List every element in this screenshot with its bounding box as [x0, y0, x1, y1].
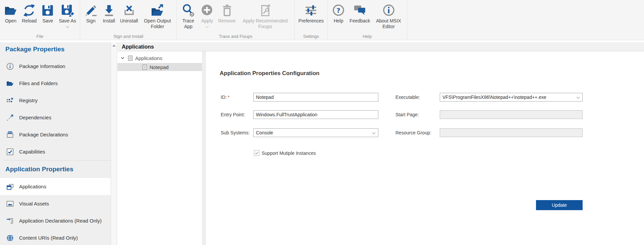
tree-node-notepad[interactable]: Notepad [117, 63, 202, 71]
uninstall-button[interactable]: Uninstall [118, 3, 140, 24]
package-declarations-icon [6, 131, 14, 139]
feedback-icon [353, 3, 367, 17]
sidebar-item-files-and-folders[interactable]: Files and Folders [0, 75, 111, 92]
executable-label: Executable: [395, 93, 420, 102]
ribbon-group-trace-and-fixups: Trace App Apply Remove Apply Recommended… [177, 0, 294, 40]
scrollbar-up-button[interactable] [111, 42, 117, 49]
sidebar-item-package-declarations[interactable]: Package Declarations [0, 126, 111, 143]
button-label: Preferences [299, 18, 324, 24]
ribbon-group-label: File [0, 34, 80, 39]
save-as-button[interactable]: Save As [57, 3, 78, 28]
button-label: Reload [22, 18, 37, 24]
tree-node-label: Applications [135, 55, 162, 61]
help-button[interactable]: ? Help [329, 3, 347, 24]
about-icon [382, 3, 396, 17]
sub-systems-label: Sub Systems: [221, 128, 250, 137]
reload-icon [22, 3, 36, 17]
document-icon [142, 64, 148, 70]
panel-divider [202, 51, 206, 245]
apply-recommended-fixups-button[interactable]: Apply Recommended Fixups [238, 3, 293, 30]
save-button[interactable]: Save [39, 3, 57, 24]
sidebar-item-applications[interactable]: Applications [0, 178, 111, 195]
required-asterisk: * [228, 95, 229, 100]
button-label: Trace App [180, 18, 196, 29]
tree-node-label: Notepad [150, 64, 169, 70]
form-heading: Application Properties Configuration [220, 70, 320, 77]
sidebar-item-capabilities[interactable]: Capabilities [0, 143, 111, 160]
sidebar-item-registry[interactable]: Registry [0, 92, 111, 109]
sidebar-item-content-uris[interactable]: Content URIs (Read Only) [0, 229, 111, 245]
sidebar-item-label: Applications [19, 184, 46, 189]
button-label: Sign [86, 18, 96, 24]
open-output-folder-icon [150, 3, 164, 17]
sidebar-item-application-declarations[interactable]: Application Declarations (Read Only) [0, 212, 111, 229]
id-label: ID:* [221, 93, 229, 102]
capabilities-icon [6, 148, 14, 156]
applications-icon [6, 183, 14, 191]
visual-assets-icon [6, 200, 14, 208]
sign-icon [84, 3, 98, 17]
sign-button[interactable]: Sign [82, 3, 100, 24]
open-button[interactable]: Open [2, 3, 20, 24]
arrow-up-icon [112, 45, 116, 47]
trace-app-button[interactable]: Trace App [178, 3, 198, 30]
save-as-icon [60, 3, 74, 17]
sidebar-item-label: Files and Folders [19, 80, 58, 86]
apply-icon [200, 3, 214, 17]
application-properties-form: Application Properties Configuration ID:… [206, 51, 644, 245]
help-icon: ? [331, 3, 345, 17]
combobox-value: Console [256, 130, 273, 135]
trace-app-icon [181, 3, 195, 17]
open-icon [4, 3, 18, 17]
open-output-folder-button[interactable]: Open Output Folder [140, 3, 175, 30]
button-label: Apply [201, 18, 213, 24]
update-button[interactable]: Update [536, 200, 583, 210]
button-label: Open [5, 18, 16, 24]
feedback-button[interactable]: Feedback [347, 3, 372, 24]
install-icon [102, 3, 116, 17]
chevron-down-icon[interactable] [120, 56, 125, 60]
executable-combobox[interactable]: VFS\ProgramFilesX86\Notepad++\notepad++.… [440, 93, 583, 102]
save-icon [41, 3, 55, 17]
entry-point-label: Entry Point: [221, 110, 245, 119]
sidebar-scrollbar[interactable] [111, 42, 117, 245]
registry-icon [6, 97, 14, 105]
document-icon [127, 55, 133, 61]
about-msix-editor-button[interactable]: About MSIX Editor [372, 3, 405, 30]
apply-button[interactable]: Apply [198, 3, 216, 28]
sidebar-heading-package-properties: Package Properties [0, 42, 111, 56]
chevron-down-icon [206, 24, 209, 28]
tree-node-applications[interactable]: Applications [117, 54, 202, 62]
sidebar-item-label: Application Declarations (Read Only) [19, 218, 102, 224]
checkbox-label: Support Mutiple Instances [262, 150, 316, 156]
support-multiple-instances-row: Support Mutiple Instances [254, 150, 316, 156]
folder-icon [6, 79, 14, 87]
sidebar-item-visual-assets[interactable]: Visual Assets [0, 195, 111, 212]
remove-button[interactable]: Remove [216, 3, 237, 24]
button-label: Save [42, 18, 53, 24]
button-label: Save As [59, 18, 76, 24]
svg-text:?: ? [336, 7, 340, 14]
support-multiple-instances-checkbox[interactable] [254, 150, 260, 156]
sidebar-item-label: Registry [19, 98, 38, 103]
sidebar-item-dependencies[interactable]: Dependencies [0, 109, 111, 126]
apply-recommended-fixups-icon [258, 3, 272, 17]
sub-systems-combobox[interactable]: Console [253, 128, 378, 137]
sidebar-item-package-information[interactable]: Package Information [0, 58, 111, 75]
button-label: Uninstall [120, 18, 138, 24]
resource-group-label: Resource Group: [395, 128, 431, 137]
start-page-label: Start Page: [395, 110, 419, 119]
id-input[interactable] [253, 93, 378, 102]
button-label: Help [334, 18, 343, 24]
preferences-button[interactable]: Preferences [297, 3, 326, 24]
sidebar-item-label: Capabilities [19, 149, 45, 155]
remove-icon [220, 3, 234, 17]
reload-button[interactable]: Reload [20, 3, 39, 24]
install-button[interactable]: Install [100, 3, 118, 24]
entry-point-input[interactable] [253, 110, 378, 119]
resource-group-input [440, 128, 583, 137]
ribbon-group-label: Sign and Install [80, 34, 177, 39]
button-label: Remove [218, 18, 235, 24]
panel-title: Applications [117, 42, 644, 51]
ribbon-group-settings: Preferences Settings [295, 0, 328, 40]
